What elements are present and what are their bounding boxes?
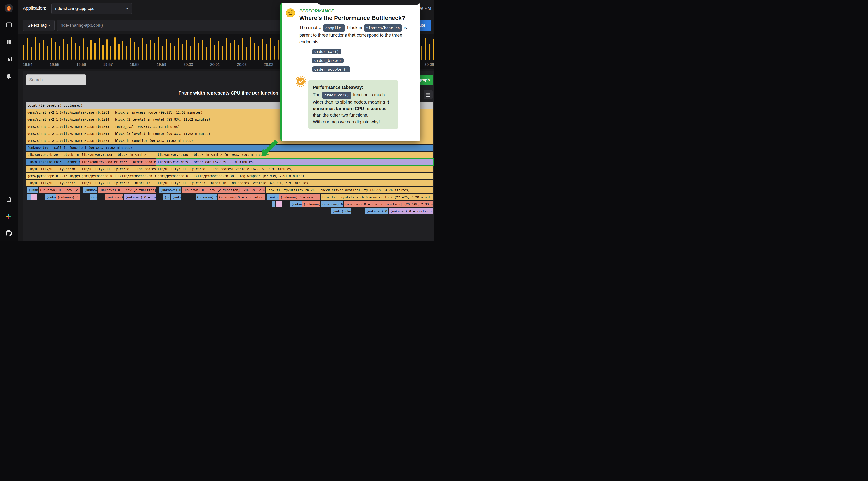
callout-body-pre: The sinatra: [299, 25, 321, 30]
flame-frame[interactable]: (unknown):0: [90, 194, 97, 200]
timeline-bar: [186, 40, 187, 60]
timeline-bar: [274, 46, 275, 60]
chevron-down-icon: ▾: [126, 7, 128, 10]
check-badge-icon: [296, 76, 306, 88]
timeline-bar: [119, 43, 120, 60]
flame-frame[interactable]: (unknown):0 – new [c function]: [39, 187, 80, 193]
flame-frame[interactable]: [272, 201, 275, 207]
timeline-bar: [250, 37, 251, 60]
flame-frame[interactable]: (unknown): [331, 208, 340, 214]
flame-frame[interactable]: (unknown):0 – call [c function] (99.83%,…: [26, 145, 433, 151]
timeline-bar: [43, 40, 44, 60]
timeline-bar: [51, 38, 52, 60]
bell-icon: [6, 73, 12, 80]
flame-frame[interactable]: (unknown): [171, 194, 181, 200]
flame-frame[interactable]: (unknown):0 – new: [279, 194, 320, 200]
flame-frame[interactable]: (unknown):0 – new: [105, 194, 123, 200]
compile-chip: compile!: [323, 24, 345, 32]
sidebar-item-docs[interactable]: [3, 194, 14, 205]
timeline-bar: [218, 41, 219, 60]
select-tag-label: Select Tag: [28, 23, 47, 28]
flame-frame[interactable]: lib/utility/utility.rb:26 – check_driver…: [266, 187, 433, 193]
flame-frame[interactable]: (unknown): [163, 194, 170, 200]
callout-body-mid: block in: [347, 25, 362, 30]
panel-menu-button[interactable]: [424, 90, 433, 99]
timeline-bar: [142, 38, 143, 60]
flame-frame[interactable]: (unknown):0 – initialize: [124, 194, 156, 200]
sidebar-item-single-view[interactable]: [3, 20, 14, 30]
flame-frame[interactable]: [27, 194, 31, 200]
timeline-bar: [67, 44, 68, 60]
flame-frame[interactable]: lib/utility/utility.rb:38 – find_nearest…: [26, 166, 80, 172]
timeline-bar: [254, 42, 255, 60]
flame-frame[interactable]: gems/pyroscope-0.1.1/lib/pyroscope.rb:38…: [81, 173, 156, 179]
comparison-view-icon: [5, 39, 12, 45]
flame-frame[interactable]: gems/pyroscope-0.1.1/lib/pyroscope.rb:38…: [156, 173, 433, 179]
timeline-bar: [94, 43, 96, 60]
flame-frame[interactable]: (unknown): [290, 201, 302, 207]
flame-frame[interactable]: (unknown):0: [159, 187, 181, 193]
chevron-down-icon: ▾: [49, 24, 50, 27]
timeline-bar: [162, 46, 163, 60]
flame-frame[interactable]: gems/pyroscope-0.1.1/lib/pyroscope.rb:38…: [26, 173, 80, 179]
timeline-bar: [134, 42, 135, 60]
flame-frame[interactable]: [31, 194, 37, 200]
flame-frame[interactable]: lib/utility/utility.rb:37 – block in fin…: [81, 180, 156, 186]
pyroscope-logo-icon[interactable]: [3, 3, 14, 13]
flame-frame[interactable]: (unknown):0 – initialize: [218, 194, 266, 200]
select-tag-dropdown[interactable]: Select Tag ▾: [23, 20, 55, 31]
flame-frame-selected[interactable]: lib/car/car.rb:5 – order_car (67.93%, 7.…: [156, 159, 433, 165]
timeline-bar: [182, 44, 183, 60]
flame-frame[interactable]: (unknown):0: [365, 208, 388, 214]
flame-frame[interactable]: lib/utility/utility.rb:38 – find_nearest…: [81, 166, 156, 172]
flame-row: lib/utility/utility.rb:38 – find_nearest…: [26, 166, 433, 172]
flame-frame[interactable]: (unknown):0 – initialize: [389, 208, 433, 214]
flame-frame[interactable]: lib/server.rb:30 – block in <main> (67.9…: [156, 152, 433, 158]
slack-icon: [6, 214, 12, 219]
timeline-bar: [79, 46, 80, 60]
timeline-bar: [122, 41, 123, 60]
flame-frame[interactable]: lib/scooter/scooter.rb:5 – order_scooter: [81, 159, 156, 165]
application-dropdown[interactable]: ride-sharing-app.cpu ▾: [51, 3, 132, 14]
flame-frame[interactable]: lib/utility/utility.rb:37 – block in fin…: [156, 180, 433, 186]
application-label: Application:: [23, 6, 46, 11]
timeline-bar: [74, 43, 76, 60]
flame-frame[interactable]: lib/server.rb:25 – block in <main>: [81, 152, 156, 158]
timeline-bar: [154, 43, 155, 60]
sidebar-item-adhoc[interactable]: [3, 54, 14, 64]
sidebar-item-github[interactable]: [3, 228, 14, 239]
timeline-bar: [262, 39, 263, 60]
search-input[interactable]: [26, 74, 86, 85]
flame-frame[interactable]: lib/bike/bike.rb:5 – order_bike: [26, 159, 80, 165]
flame-frame[interactable]: (unknown):0: [83, 187, 97, 193]
flame-frame[interactable]: (unknown):0 – new: [56, 194, 80, 200]
takeaway-body: The order_car() function is much wider t…: [313, 92, 393, 125]
flame-frame[interactable]: (unknown):0: [267, 194, 279, 200]
flame-frame[interactable]: lib/server.rb:20 – block in <main>: [26, 152, 80, 158]
timeline-bar: [206, 47, 207, 60]
sidebar-item-notifications[interactable]: [3, 71, 14, 82]
flame-frame[interactable]: (unknown):0 – new [c function] (20.89%, …: [182, 187, 265, 193]
flame-frame[interactable]: [276, 201, 282, 207]
flame-frame[interactable]: (unknown):0: [321, 201, 343, 207]
sidebar-item-slack[interactable]: [3, 211, 14, 222]
flame-frame[interactable]: lib/utility/utility.rb:37 – block in fin…: [26, 180, 80, 186]
timeline-tick-label: 20:02: [237, 62, 247, 67]
flame-frame[interactable]: (unknown):0: [195, 194, 217, 200]
flame-frame[interactable]: (unknown):0: [27, 187, 38, 193]
flame-frame[interactable]: (unknown): [303, 201, 320, 207]
sidebar-item-comparison-view[interactable]: [3, 36, 14, 47]
flame-frame[interactable]: (unknown):0 – new [c function]: [98, 187, 156, 193]
flame-frame[interactable]: (unknown):0: [45, 194, 56, 200]
flame-frame[interactable]: lib/utility/utility.rb:38 – find_nearest…: [156, 166, 433, 172]
flame-frame[interactable]: (unknown): [340, 208, 351, 214]
timeline-tick-label: 19:59: [157, 62, 166, 67]
timeline-bar: [59, 46, 60, 60]
timeline-bar: [174, 46, 175, 60]
timeline-tick-label: 20:01: [210, 62, 220, 67]
flame-frame[interactable]: (unknown):0 – new [c function] (20.04%, …: [344, 201, 433, 207]
flame-frame[interactable]: lib/utility/utility.rb:9 – mutex_lock (2…: [321, 194, 433, 200]
timeline-bar: [146, 44, 147, 60]
flame-icon: [4, 3, 14, 13]
timeline-bar: [63, 39, 64, 60]
